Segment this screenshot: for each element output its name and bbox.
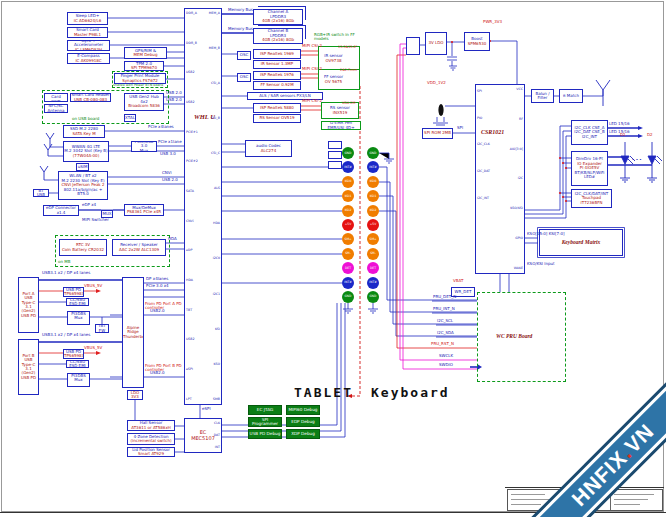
camera-size-label: 13.3&15.6" bbox=[338, 46, 357, 50]
illegible-text-line bbox=[511, 494, 545, 495]
block-antenna-match: π Match bbox=[559, 89, 583, 103]
power-net-label: PWR_3V3 bbox=[483, 20, 502, 24]
block-hall-sensor: Hall SensorAT3611 or AT586xH bbox=[127, 420, 175, 431]
block-boost: BoostSPM6530 bbox=[464, 32, 490, 51]
block-wlan: WLAN / BT x2M.2 2230 Slot (Key E)CNVi Je… bbox=[58, 171, 108, 200]
connector-pin: INT# bbox=[342, 161, 354, 173]
ec-pins: CLKDATINT bbox=[210, 422, 220, 449]
block-gps-debug: GPS/RIM &MEM Debug bbox=[124, 47, 167, 59]
net-label: eDP x4 bbox=[82, 203, 96, 207]
block-nfc-antenna: NFC/SCAntenna bbox=[44, 104, 68, 113]
block-edp-connector: eDP Connectorx1.4 bbox=[43, 205, 79, 216]
mini-connector-box bbox=[328, 141, 342, 149]
tablet-side-label: TABLET bbox=[294, 385, 353, 400]
connector-pin: KSI1 bbox=[342, 190, 354, 202]
connector-pin: SM- bbox=[342, 248, 354, 260]
block-isp2: ISP Realtek 1976 bbox=[253, 71, 301, 80]
pru-net-label: SWDIO bbox=[439, 363, 453, 367]
wc-pru-board-label: WC PRU Board bbox=[496, 333, 532, 339]
block-speaker: Receiver / SpeakerAAC 2x2W ALC1309 bbox=[112, 239, 166, 256]
block-ir-sensor1: IR Sensor 1.3MP bbox=[253, 60, 301, 69]
net-label: CNVi bbox=[162, 171, 172, 175]
block-smartcard-button: Smart CardMaster P98L1 bbox=[67, 27, 108, 38]
legend-mipi60-debug: MIPI60 Debug bbox=[286, 405, 320, 415]
power-net-label: VBAT bbox=[453, 279, 463, 283]
csr-pins-right: VCCRFAIO[3:0]I2CKSO/KSIGPIOWAKE bbox=[502, 88, 523, 270]
net-label: USB 2.0 bbox=[166, 98, 182, 102]
net-label: Memory Bus bbox=[228, 8, 253, 12]
block-spi-rom: SPI ROM 2MB bbox=[422, 128, 453, 139]
net-label: LED 15/16 bbox=[609, 122, 630, 126]
title-block-cell bbox=[611, 490, 662, 510]
block-tpm: TPM 2.0SPI TPM9670 bbox=[124, 61, 164, 71]
ellipsis-dots: • • • bbox=[632, 158, 642, 162]
pru-net-label: I2C_SCL bbox=[437, 319, 453, 323]
block-usbpd-a: USB PDTPS65983 bbox=[63, 287, 84, 297]
power-net-label: VBUS_5V bbox=[84, 346, 102, 350]
block-port-b: Port BUSB Type-C3.1 (Gen2)USB PD bbox=[18, 339, 39, 395]
block-bt-usb: BT USB bbox=[33, 189, 49, 197]
block-rtc: RTC 3VCoin Battery CR2032 bbox=[59, 239, 107, 256]
net-label: PCIe x1lane bbox=[158, 140, 182, 144]
block-zone-detection: 4-Zone Detection(incremental switch) bbox=[127, 433, 175, 445]
connector-pin: KSI1 bbox=[367, 190, 379, 202]
camera-size-label: VGA 2M bbox=[342, 102, 355, 106]
net-label: HDA bbox=[168, 237, 177, 241]
schematic-sheet: WC PRU Board Sleep LED+IC AD6624/L6 Smar… bbox=[0, 0, 666, 517]
block-memory-channel-b: Channel BLPDDR34GB (2x16) 8Gb bbox=[253, 28, 303, 44]
block-ssd: SSD M.2 2280SATA Key M bbox=[63, 125, 105, 138]
illegible-text-line bbox=[614, 504, 640, 505]
cpu-pins-left: DDR_ADDR_BUSB2USB2PCIE#1PCIE#2SATACNVieD… bbox=[186, 12, 198, 401]
block-isp1: ISP Realtek 1969 bbox=[253, 49, 301, 59]
power-net-label: VBUS_5V bbox=[84, 284, 102, 288]
pd-note-label: From PD Port A PD controller bbox=[145, 302, 183, 310]
illegible-text-line bbox=[511, 499, 551, 500]
net-label: USB 2.0 bbox=[162, 178, 178, 182]
group-caption: RGB+IR switch in FF models bbox=[314, 33, 358, 41]
group-caption: on MB bbox=[58, 260, 70, 264]
led-refdes: D2 bbox=[647, 133, 653, 137]
net-label: eSPI bbox=[202, 407, 211, 411]
mipi-label: MIPI CSI-2 bbox=[302, 99, 322, 103]
block-sim: uSIM bbox=[76, 163, 89, 171]
block-dp-mux: Mux/DeMuxPS8361 PCIe x4R bbox=[124, 204, 164, 216]
net-label: KSO[15:0] KSI[7:0] bbox=[527, 232, 565, 236]
connector-pin: GND bbox=[367, 291, 379, 303]
pd-note-label: From PD Port B PD controller bbox=[145, 364, 183, 372]
keyboard-matrix-label: Keyboard Matrix bbox=[540, 239, 622, 245]
block-led-controller: I2C_CLK CSE_AI2C_DAT CSE_BI2C_INT bbox=[571, 120, 608, 145]
legend-ec-jtag: EC JTAG bbox=[248, 405, 282, 415]
connector-pin: KSI2 bbox=[367, 205, 379, 217]
block-mux-b: PI3DBS Mux bbox=[67, 373, 90, 387]
connector-pin: DET bbox=[342, 262, 354, 274]
block-sleep-led: Sleep LED+IC AD6624/L6 bbox=[67, 12, 108, 25]
block-wwan: WWAN 4G LTEM.2 3042 Slot (Key B)(77W04A-… bbox=[63, 141, 109, 162]
connector-pin: INT# bbox=[342, 277, 354, 289]
connector-pin: INT# bbox=[367, 161, 379, 173]
led-refdes: D1 bbox=[620, 133, 626, 137]
connector-pin: KSI0 bbox=[342, 176, 354, 188]
block-rf-balun: Balun /Filter bbox=[531, 89, 554, 103]
bus-label: USB3.1 x2 / DP x4 lanes bbox=[42, 333, 90, 337]
connector-pin: KSI0 bbox=[367, 176, 379, 188]
connector-pin: SM- bbox=[367, 248, 379, 260]
block-emi-b: CC/SBU ESD EMI bbox=[66, 360, 89, 368]
wc-pru-board-box: WC PRU Board bbox=[477, 292, 566, 382]
connector-pins-tablet: GNDINT#KSI0KSI1KSI2+5VSM+SM-DETINT#GND bbox=[342, 147, 354, 303]
net-label: USB 3.0 bbox=[160, 152, 176, 156]
caption: MIPI Switcher bbox=[82, 218, 109, 222]
mipi-label: MIPI CSI-2 bbox=[302, 67, 322, 71]
net-label: Memory Bus bbox=[228, 27, 253, 31]
illegible-text-line bbox=[614, 494, 654, 495]
block-ecompass: E-CompassIC AK09918C bbox=[67, 53, 110, 64]
net-label: PCIe x4lanes bbox=[148, 125, 174, 129]
pru-net-label: SWCLK bbox=[439, 354, 453, 358]
block-3v-ldo: 3V LDO bbox=[425, 32, 447, 55]
block-audio-codec: audio CodecALC274 bbox=[245, 140, 292, 157]
block-port-a: Port AUSB Type-C3.1 (Gen2)USB PD bbox=[18, 277, 39, 333]
connector-pin: INT# bbox=[367, 277, 379, 289]
group-caption: on USB board bbox=[72, 117, 99, 121]
block-emi-a: CC/SBU ESD EMI bbox=[66, 298, 89, 306]
connector-pin: SM+ bbox=[367, 233, 379, 245]
block-usb-crystal: XTAL bbox=[124, 114, 136, 122]
